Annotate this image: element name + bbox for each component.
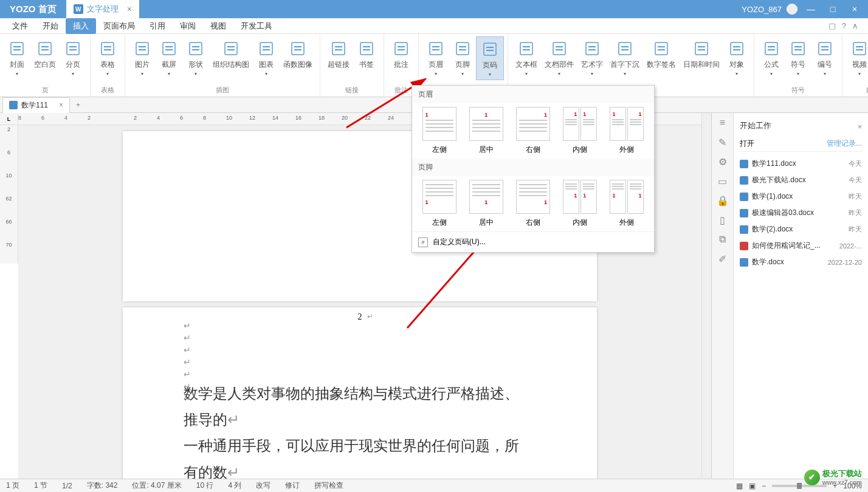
- status-spell[interactable]: 拼写检查: [314, 480, 343, 491]
- view-icon[interactable]: ▣: [749, 482, 756, 490]
- menu-页面布局[interactable]: 页面布局: [96, 18, 142, 34]
- minimize-button[interactable]: —: [802, 3, 819, 15]
- pagenum-header-外侧[interactable]: 11外侧: [606, 107, 648, 155]
- recent-file[interactable]: 如何使用糯词笔记_...2022-...: [740, 237, 862, 254]
- ribbon-视频[interactable]: 视频▾: [846, 36, 868, 79]
- pagenum-footer-左侧[interactable]: 1左侧: [418, 180, 460, 228]
- recent-file[interactable]: 数学(2).docx昨天: [740, 221, 862, 237]
- ribbon-符号[interactable]: 符号▾: [785, 36, 811, 79]
- ribbon-表格[interactable]: 表格▾: [94, 36, 121, 79]
- pen-icon[interactable]: ✎: [717, 136, 729, 148]
- ribbon-日期和时间[interactable]: 日期和时间: [680, 36, 723, 72]
- ribbon-文档部件[interactable]: 文档部件▾: [541, 36, 577, 79]
- ribbon-截屏[interactable]: 截屏▾: [156, 36, 182, 79]
- status-line[interactable]: 10 行: [196, 480, 214, 491]
- manage-records-link[interactable]: 管理记录...: [827, 138, 862, 149]
- library-icon[interactable]: ▭: [717, 175, 729, 187]
- copy-icon[interactable]: ⧉: [717, 233, 729, 245]
- ribbon-分页[interactable]: 分页▾: [60, 36, 86, 79]
- ribbon-文本框[interactable]: 文本框▾: [512, 36, 541, 79]
- user-name[interactable]: YOZO_867: [742, 5, 782, 14]
- collapse-ribbon-icon[interactable]: ▢: [828, 21, 836, 30]
- lock-icon[interactable]: 🔒: [717, 194, 729, 207]
- ribbon-空白页[interactable]: 空白页: [30, 36, 60, 72]
- pagenum-header-右侧[interactable]: 1右侧: [512, 107, 554, 155]
- menu-视图[interactable]: 视图: [203, 18, 233, 34]
- status-track[interactable]: 修订: [285, 480, 300, 491]
- home-tab[interactable]: YOZO 首页: [0, 0, 66, 18]
- status-column[interactable]: 4 列: [228, 480, 241, 491]
- pagenum-footer-外侧[interactable]: 11外侧: [606, 180, 648, 228]
- settings-icon[interactable]: ⚙: [717, 155, 729, 168]
- pagenum-header-内侧[interactable]: 11内侧: [559, 107, 601, 155]
- chevron-down-icon: ▾: [195, 71, 197, 77]
- pagenum-header-左侧[interactable]: 1左侧: [418, 107, 460, 155]
- add-tab-button[interactable]: +: [70, 101, 86, 109]
- ribbon-对象[interactable]: 对象▾: [723, 36, 750, 79]
- ribbon-公式[interactable]: 公式▾: [758, 36, 785, 79]
- svg-rect-78: [853, 43, 866, 55]
- recent-file[interactable]: 极速编辑器03.docx昨天: [740, 205, 862, 221]
- ribbon-页眉[interactable]: 页眉▾: [422, 36, 449, 79]
- ribbon-书签[interactable]: 书签: [353, 36, 380, 72]
- open-label[interactable]: 打开: [740, 138, 754, 149]
- ribbon-图片[interactable]: 图片▾: [129, 36, 156, 79]
- ribbon-图表[interactable]: 图表▾: [253, 36, 280, 79]
- recent-file[interactable]: 数学.docx2022-12-20: [740, 254, 862, 270]
- help-icon[interactable]: ?: [842, 21, 846, 30]
- ribbon-封面[interactable]: 封面▾: [4, 36, 30, 79]
- ribbon-页脚[interactable]: 页脚▾: [449, 36, 476, 79]
- close-icon[interactable]: ×: [59, 101, 63, 109]
- ribbon-超链接[interactable]: 超链接: [324, 36, 353, 72]
- menu-开发工具[interactable]: 开发工具: [233, 18, 280, 34]
- close-icon[interactable]: ×: [858, 123, 862, 131]
- ribbon-数字签名[interactable]: 数字签名: [643, 36, 680, 72]
- vertical-ruler[interactable]: 2610626670: [0, 125, 18, 264]
- menu-文件[interactable]: 文件: [5, 18, 35, 34]
- avatar[interactable]: [787, 4, 797, 15]
- svg-rect-25: [263, 46, 270, 47]
- recent-file[interactable]: 极光下载站.docx今天: [740, 172, 862, 188]
- pagenum-footer-居中[interactable]: 1居中: [465, 180, 507, 228]
- ribbon-批注[interactable]: 批注: [388, 36, 415, 72]
- svg-rect-73: [794, 46, 802, 47]
- chevron-icon[interactable]: ∧: [852, 21, 858, 30]
- document-body[interactable]: 数学是人类对事物的抽象结构与模式进行严格描述、 推导的↵ 一种通用手段，可以应用…: [184, 380, 536, 485]
- menu-引用[interactable]: 引用: [142, 18, 173, 34]
- status-pages[interactable]: 1/2: [62, 482, 72, 490]
- custom-page-number[interactable]: # 自定义页码(U)...: [412, 231, 654, 252]
- menu-插入[interactable]: 插入: [66, 18, 96, 34]
- recent-file[interactable]: 数学(1).docx昨天: [740, 188, 862, 205]
- zoom-out-icon[interactable]: −: [762, 482, 766, 490]
- ribbon-艺术字[interactable]: 艺术字▾: [577, 36, 607, 79]
- ribbon-形状[interactable]: 形状▾: [182, 36, 209, 79]
- svg-rect-43: [459, 46, 466, 47]
- pagenum-footer-右侧[interactable]: 1右侧: [512, 180, 554, 228]
- document-tab[interactable]: 数学111 ×: [2, 97, 70, 113]
- pagenum-footer-内侧[interactable]: 11内侧: [559, 180, 601, 228]
- app-tab-word[interactable]: W 文字处理 ×: [66, 0, 139, 18]
- ribbon-组织结构图[interactable]: 组织结构图: [209, 36, 253, 72]
- ribbon-首字下沉[interactable]: 首字下沉▾: [607, 36, 643, 79]
- status-words[interactable]: 字数: 342: [87, 480, 118, 491]
- close-button[interactable]: ×: [846, 3, 863, 15]
- menu-开始[interactable]: 开始: [35, 18, 66, 34]
- status-page[interactable]: 1 页: [6, 480, 19, 491]
- close-icon[interactable]: ×: [127, 4, 132, 14]
- view-icon[interactable]: ▦: [736, 482, 743, 490]
- edit-icon[interactable]: ✐: [717, 253, 729, 265]
- ribbon-函数图像[interactable]: 函数图像: [280, 36, 316, 72]
- status-position[interactable]: 位置: 4.07 厘米: [132, 480, 181, 491]
- menu-icon[interactable]: ≡: [717, 117, 729, 129]
- vertical-scrollbar[interactable]: [701, 113, 711, 492]
- maximize-button[interactable]: □: [824, 3, 841, 15]
- page-2[interactable]: 2 ↵ ↵↵↵↵↵↵↵ 数学是人类对事物的抽象结构与模式进行严格描述、 推导的↵…: [123, 307, 597, 492]
- ribbon-页码[interactable]: 页码▾: [476, 36, 504, 80]
- status-overwrite[interactable]: 改写: [256, 480, 270, 491]
- status-section[interactable]: 1 节: [34, 480, 47, 491]
- recent-file[interactable]: 数学111.docx今天: [740, 155, 862, 172]
- bookmark-icon[interactable]: ▯: [717, 214, 729, 226]
- menu-审阅[interactable]: 审阅: [173, 18, 203, 34]
- pagenum-header-居中[interactable]: 1居中: [465, 107, 507, 155]
- ribbon-编号[interactable]: 编号▾: [811, 36, 838, 79]
